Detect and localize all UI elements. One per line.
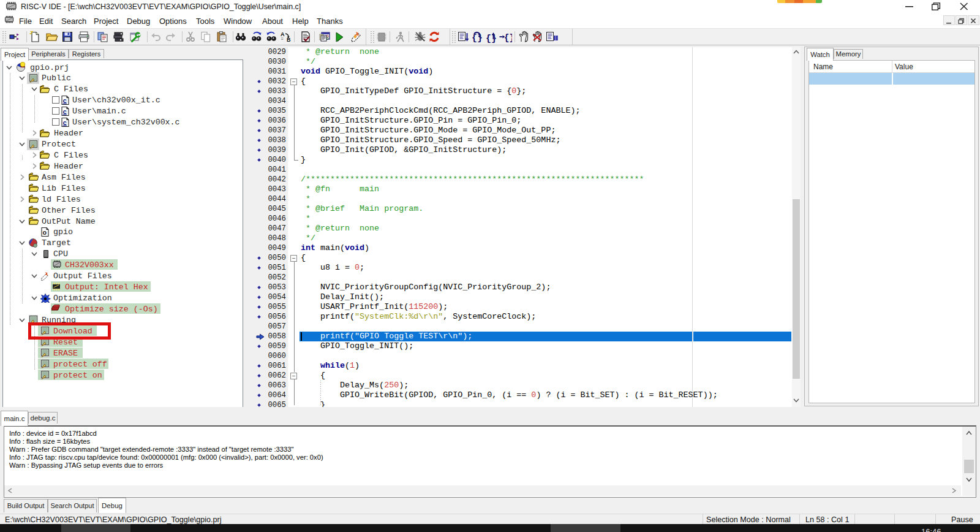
svg-text:o: o [43, 229, 47, 236]
svg-text:{}: {} [504, 33, 512, 43]
svg-text:c: c [63, 119, 67, 126]
svg-text:c: c [63, 108, 67, 115]
svg-text:{}: {} [472, 33, 483, 43]
svg-text:B: B [287, 37, 291, 43]
svg-text:c: c [63, 97, 67, 104]
svg-text:{}: {} [486, 34, 497, 43]
svg-text:A: A [281, 31, 285, 37]
